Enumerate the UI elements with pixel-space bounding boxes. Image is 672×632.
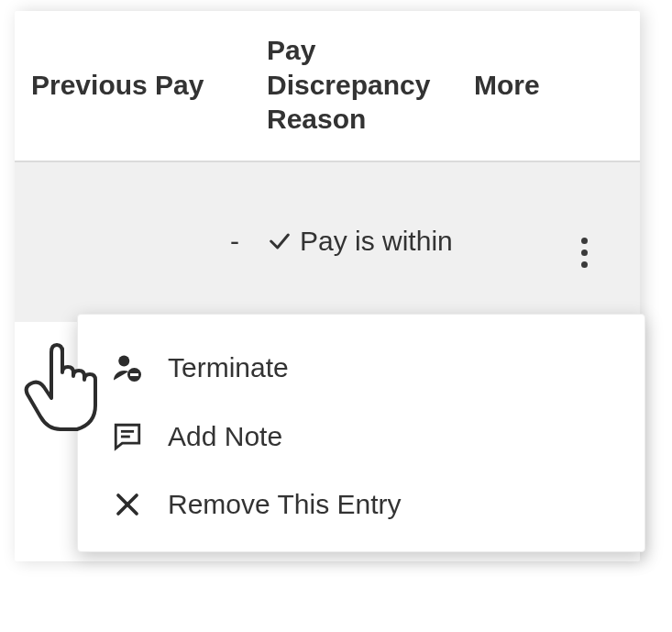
note-icon <box>109 421 146 452</box>
svg-point-0 <box>118 356 129 367</box>
menu-item-remove-entry-label: Remove This Entry <box>168 489 402 520</box>
menu-item-terminate[interactable]: Terminate <box>78 333 644 403</box>
table-header: Previous Pay Pay Discrepancy Reason More <box>15 11 640 162</box>
cell-pay-discrepancy-text: Pay is within <box>300 223 453 261</box>
pointer-cursor-icon <box>20 338 112 438</box>
table-row: - Pay is within <box>15 162 640 322</box>
column-header-more: More <box>474 68 623 103</box>
svg-rect-2 <box>130 373 138 376</box>
context-menu: Terminate Add Note Remove This Entry <box>77 314 645 552</box>
menu-item-remove-entry[interactable]: Remove This Entry <box>78 471 644 538</box>
person-remove-icon <box>109 351 146 384</box>
check-icon <box>267 223 292 260</box>
column-header-previous-pay: Previous Pay <box>31 68 267 103</box>
cell-more <box>474 216 623 268</box>
close-icon <box>109 491 146 518</box>
cell-previous-pay: - <box>31 223 267 261</box>
more-options-button[interactable] <box>579 238 589 268</box>
column-header-pay-discrepancy: Pay Discrepancy Reason <box>267 33 474 137</box>
cell-pay-discrepancy: Pay is within <box>267 223 474 261</box>
menu-item-terminate-label: Terminate <box>168 352 289 383</box>
menu-item-add-note[interactable]: Add Note <box>78 403 644 471</box>
menu-item-add-note-label: Add Note <box>168 421 282 452</box>
